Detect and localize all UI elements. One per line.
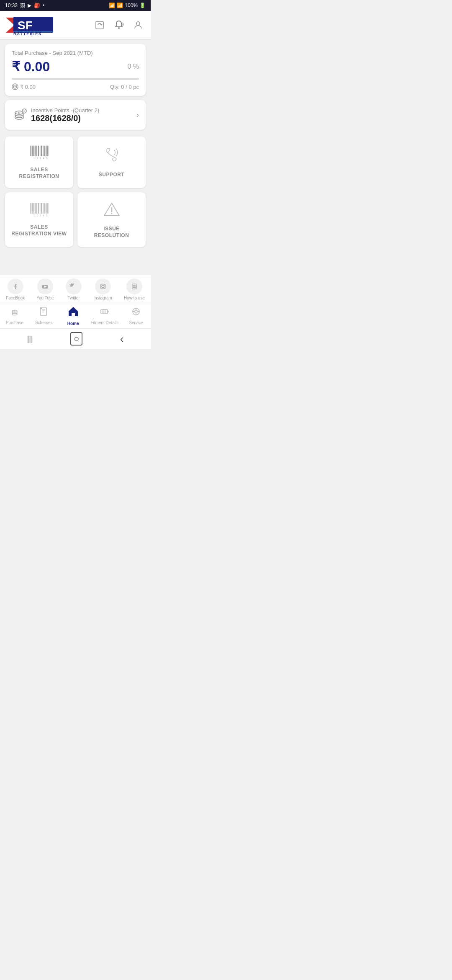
nav-schemes-button[interactable]: Schemes (32, 307, 56, 325)
youtube-button[interactable]: You Tube (36, 279, 54, 300)
facebook-button[interactable]: FaceBook (6, 279, 25, 300)
svg-text:BATTERIES: BATTERIES (13, 32, 42, 36)
purchase-amount-row: ₹ 0.00 0 % (12, 59, 139, 75)
svg-rect-21 (35, 146, 36, 156)
refresh-button[interactable] (93, 18, 106, 32)
svg-rect-23 (38, 146, 39, 156)
main-content: Total Purchase - Sep 2021 (MTD) ₹ 0.00 0… (0, 40, 151, 258)
svg-rect-29 (47, 146, 48, 156)
support-label: SUPPORT (99, 172, 125, 178)
fitment-nav-icon (100, 307, 110, 319)
photo-icon: 🖼 (20, 3, 25, 8)
svg-rect-22 (36, 146, 37, 156)
svg-rect-28 (46, 146, 46, 156)
dot-icon: • (43, 3, 44, 8)
nav-home-button[interactable]: Home (62, 306, 85, 326)
barcode-view-icon: 1 2 3 4 5 (29, 202, 49, 220)
bag-icon: 🎒 (34, 3, 40, 8)
status-left: 10:33 🖼 ▶ 🎒 • (5, 3, 44, 8)
nav-purchase-button[interactable]: $ Purchase (3, 307, 26, 325)
battery-percent: 100% (125, 3, 138, 8)
svg-rect-35 (36, 203, 37, 214)
twitter-label: Twitter (67, 296, 80, 300)
incentive-text: Incentive Points -(Quarter 2) 1628(1628/… (31, 107, 99, 123)
svg-rect-27 (44, 146, 45, 156)
incentive-card[interactable]: $ $ Incentive Points -(Quarter 2) 1628(1… (5, 100, 146, 130)
svg-rect-42 (47, 203, 48, 214)
issue-resolution-button[interactable]: ISSUERESOLUTION (77, 192, 146, 247)
target-left: ₹ 0.00 (12, 83, 36, 90)
svg-rect-68 (40, 307, 42, 309)
logo: SF BATTERIES (6, 14, 64, 36)
svg-point-54 (104, 285, 105, 286)
howtouse-icon (126, 279, 142, 294)
purchase-card-title: Total Purchase - Sep 2021 (MTD) (12, 50, 139, 56)
incentive-coins-icon: $ $ (12, 106, 27, 124)
purchase-qty: Qty. 0 / 0 pc (110, 84, 139, 90)
youtube-icon (37, 279, 53, 294)
svg-rect-71 (102, 310, 104, 313)
spacer (0, 258, 151, 275)
svg-point-7 (136, 22, 140, 25)
svg-text:1 2 3 4 5: 1 2 3 4 5 (33, 214, 47, 217)
warning-icon (103, 201, 121, 222)
svg-rect-26 (43, 146, 44, 156)
purchase-target-value: ₹ 0.00 (20, 84, 36, 90)
howtouse-button[interactable]: How to use (124, 279, 145, 300)
notification-bell-button[interactable] (112, 18, 126, 32)
sales-registration-view-label: SALESREGISTRATION VIEW (11, 224, 67, 237)
incentive-arrow-icon: › (136, 111, 139, 119)
instagram-icon (95, 279, 111, 294)
svg-rect-41 (46, 203, 46, 214)
social-bar: FaceBook You Tube Twitter (0, 275, 151, 302)
user-profile-button[interactable] (131, 18, 145, 32)
svg-text:1 2 3 4 5: 1 2 3 4 5 (33, 157, 47, 160)
android-nav: ||| ○ ‹ (0, 328, 151, 349)
svg-rect-25 (41, 146, 42, 156)
android-menu-button[interactable]: ||| (27, 335, 33, 343)
twitter-icon (66, 279, 82, 294)
svg-rect-31 (30, 203, 31, 214)
service-nav-icon (131, 307, 141, 319)
svg-point-51 (99, 282, 107, 291)
android-back-button[interactable]: ‹ (120, 333, 124, 346)
svg-rect-70 (108, 311, 109, 312)
svg-rect-33 (33, 203, 34, 214)
app-header: SF BATTERIES (0, 11, 151, 40)
svg-rect-18 (30, 146, 31, 156)
instagram-label: Instagram (93, 296, 112, 300)
svg-text:SF: SF (18, 19, 33, 32)
purchase-nav-icon: $ (10, 307, 20, 319)
nav-service-button[interactable]: Service (124, 307, 148, 325)
svg-point-45 (111, 213, 112, 214)
incentive-left: $ $ Incentive Points -(Quarter 2) 1628(1… (12, 106, 99, 124)
schemes-nav-icon (39, 307, 49, 319)
facebook-label: FaceBook (6, 296, 25, 300)
issue-resolution-label: ISSUERESOLUTION (94, 226, 129, 239)
sales-registration-button[interactable]: 1 2 3 4 5 SALESREGISTRATION (5, 137, 73, 188)
purchase-card: Total Purchase - Sep 2021 (MTD) ₹ 0.00 0… (5, 44, 146, 96)
status-time: 10:33 (5, 3, 18, 8)
home-nav-icon (67, 306, 79, 320)
svg-rect-38 (41, 203, 42, 214)
android-home-button[interactable]: ○ (70, 332, 82, 346)
svg-point-10 (15, 86, 16, 88)
battery-icon: 🔋 (139, 3, 146, 8)
home-nav-label: Home (67, 321, 79, 326)
support-button[interactable]: SUPPORT (77, 137, 146, 188)
purchase-percent: 0 % (127, 63, 139, 70)
sales-registration-view-button[interactable]: 1 2 3 4 5 SALESREGISTRATION VIEW (5, 192, 73, 247)
instagram-button[interactable]: Instagram (93, 279, 112, 300)
service-nav-label: Service (129, 320, 143, 325)
incentive-value: 1628(1628/0) (31, 113, 99, 123)
svg-rect-24 (39, 146, 40, 156)
video-icon: ▶ (28, 3, 31, 8)
bottom-nav: $ Purchase Schemes Home (0, 302, 151, 328)
status-bar: 10:33 🖼 ▶ 🎒 • 📶 📶 100% 🔋 (0, 0, 151, 11)
nav-fitment-button[interactable]: Fitment Details (91, 307, 119, 325)
sales-registration-label: SALESREGISTRATION (19, 167, 59, 180)
twitter-button[interactable]: Twitter (66, 279, 82, 300)
header-actions (93, 18, 145, 32)
facebook-icon (8, 279, 23, 294)
purchase-amount: ₹ 0.00 (12, 59, 50, 75)
